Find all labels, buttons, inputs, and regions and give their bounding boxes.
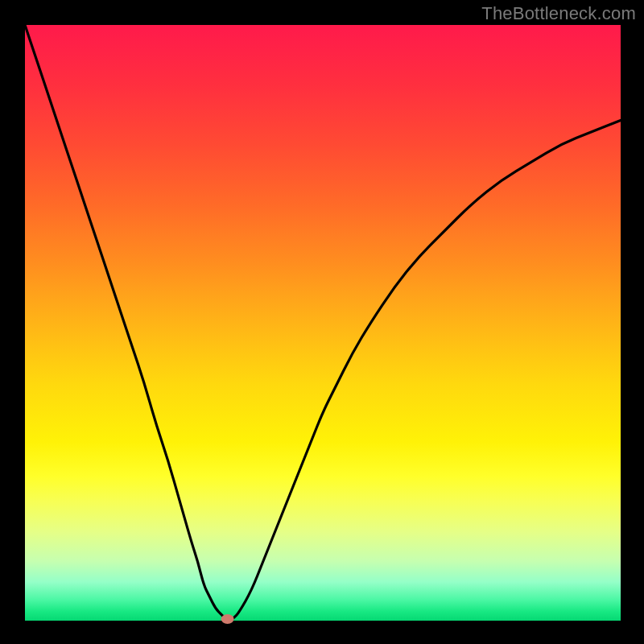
bottleneck-chart [0, 0, 644, 644]
optimum-marker [221, 614, 234, 624]
plot-background [25, 25, 621, 621]
chart-frame: { "watermark": "TheBottleneck.com", "col… [0, 0, 644, 644]
